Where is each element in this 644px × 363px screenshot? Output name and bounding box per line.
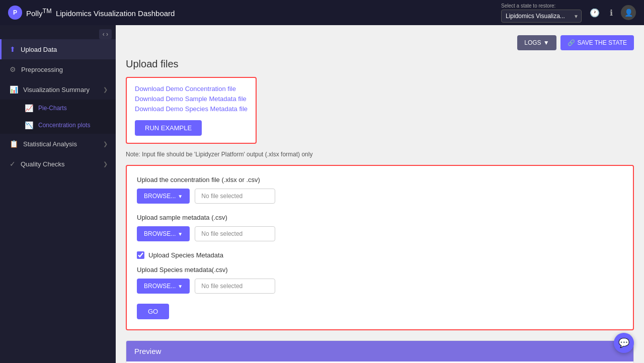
- browse-concentration-button[interactable]: BROWSE... ▼: [137, 189, 190, 204]
- upload-species-section: Upload Species metadata(.csv) BROWSE... …: [137, 266, 623, 294]
- page-title: Upload files: [126, 58, 634, 70]
- preview-section: Preview Raw data Sample Metadata Species…: [126, 340, 634, 363]
- save-state-link-icon: 🔗: [568, 39, 575, 46]
- chat-bubble[interactable]: 💬: [614, 333, 634, 353]
- user-avatar[interactable]: 👤: [621, 5, 636, 20]
- logs-button[interactable]: LOGS ▼: [517, 35, 556, 50]
- app-logo: P: [8, 6, 22, 20]
- chat-icon: 💬: [618, 337, 629, 348]
- sidebar-label-preprocessing: Preprocessing: [21, 66, 108, 73]
- demo-files-box: Download Demo Concentration file Downloa…: [126, 77, 257, 144]
- species-checkbox[interactable]: [137, 251, 144, 259]
- concentration-label: Upload the concentration file (.xlsx or …: [137, 176, 623, 184]
- logs-caret-icon: ▼: [543, 39, 549, 46]
- state-selector-label: Select a state to restore:: [501, 3, 582, 9]
- visualization-icon: 📊: [10, 85, 18, 94]
- upload-form-box: Upload the concentration file (.xlsx or …: [126, 165, 634, 330]
- pie-charts-icon: 📈: [25, 104, 33, 112]
- sidebar-toggle: ‹ ›: [0, 25, 116, 39]
- species-label: Upload Species metadata(.csv): [137, 266, 623, 274]
- quality-icon: ✓: [10, 160, 16, 168]
- info-icon[interactable]: ℹ: [608, 6, 615, 20]
- navbar-right: Select a state to restore: Lipidomics Vi…: [501, 3, 636, 23]
- brand: P PollyTM Lipidomics Visualization Dashb…: [8, 6, 175, 20]
- demo-concentration-link[interactable]: Download Demo Concentration file: [135, 85, 248, 93]
- history-icon[interactable]: 🕐: [588, 6, 602, 20]
- app-title: PollyTM Lipidomics Visualization Dashboa…: [26, 8, 175, 18]
- sidebar-item-visualization-summary[interactable]: 📊 Visualization Summary ❯: [0, 79, 116, 100]
- note-text: Note: Input file should be 'Lipidyzer Pl…: [126, 151, 634, 158]
- sample-upload-row: BROWSE... ▼ No file selected: [137, 226, 623, 241]
- save-state-button[interactable]: 🔗 SAVE THE STATE: [560, 35, 634, 50]
- sidebar-item-concentration-plots[interactable]: 📉 Concentration plots: [15, 117, 116, 134]
- app-body: ‹ › ⬆ Upload Data ⚙ Preprocessing 📊 Visu…: [0, 25, 644, 363]
- upload-data-icon: ⬆: [10, 45, 16, 53]
- sample-label: Upload sample metadata (.csv): [137, 214, 623, 221]
- concentration-file-display: No file selected: [195, 189, 275, 204]
- upload-sample-section: Upload sample metadata (.csv) BROWSE... …: [137, 214, 623, 241]
- sample-file-display: No file selected: [195, 226, 275, 241]
- browse-concentration-caret-icon: ▼: [178, 194, 183, 199]
- sidebar-label-concentration-plots: Concentration plots: [38, 122, 108, 129]
- statistical-icon: 📋: [10, 140, 18, 148]
- main-content: LOGS ▼ 🔗 SAVE THE STATE Upload files Dow…: [116, 25, 644, 363]
- sidebar-label-upload-data: Upload Data: [21, 46, 108, 53]
- sidebar-label-pie-charts: Pie-Charts: [38, 105, 108, 112]
- sidebar-item-preprocessing[interactable]: ⚙ Preprocessing: [0, 59, 116, 79]
- state-selector-dropdown[interactable]: Lipidomics Visualiza...: [501, 10, 582, 23]
- demo-sample-link[interactable]: Download Demo Sample Metadata file: [135, 95, 248, 103]
- species-checkbox-label: Upload Species Metadata: [148, 251, 223, 259]
- concentration-upload-row: BROWSE... ▼ No file selected: [137, 189, 623, 204]
- browse-sample-caret-icon: ▼: [178, 231, 183, 237]
- species-checkbox-row: Upload Species Metadata: [137, 251, 623, 259]
- sidebar-item-upload-data[interactable]: ⬆ Upload Data: [0, 39, 116, 59]
- action-bar: LOGS ▼ 🔗 SAVE THE STATE: [126, 35, 634, 50]
- sidebar-label-quality: Quality Checks: [21, 160, 103, 168]
- sidebar-item-quality-checks[interactable]: ✓ Quality Checks ❯: [0, 154, 116, 174]
- sidebar-collapse-btn[interactable]: ‹ ›: [99, 29, 112, 39]
- browse-sample-button[interactable]: BROWSE... ▼: [137, 226, 190, 241]
- sidebar-label-visualization: Visualization Summary: [23, 86, 103, 94]
- browse-species-button[interactable]: BROWSE... ▼: [137, 279, 190, 294]
- sidebar-label-statistical: Statistical Analysis: [23, 140, 103, 148]
- species-file-display: No file selected: [195, 279, 275, 294]
- sidebar-item-pie-charts[interactable]: 📈 Pie-Charts: [15, 100, 116, 117]
- browse-species-caret-icon: ▼: [178, 284, 183, 289]
- visualization-chevron-icon: ❯: [103, 86, 108, 93]
- sidebar: ‹ › ⬆ Upload Data ⚙ Preprocessing 📊 Visu…: [0, 25, 116, 363]
- species-upload-row: BROWSE... ▼ No file selected: [137, 279, 623, 294]
- demo-species-link[interactable]: Download Demo Species Metadata file: [135, 105, 248, 113]
- preview-header: Preview: [126, 341, 633, 361]
- quality-chevron-icon: ❯: [103, 161, 108, 167]
- preprocessing-icon: ⚙: [10, 65, 16, 73]
- state-selector-wrapper: Select a state to restore: Lipidomics Vi…: [501, 3, 582, 23]
- concentration-icon: 📉: [25, 121, 33, 129]
- sidebar-sub-visualization: 📈 Pie-Charts 📉 Concentration plots: [0, 100, 116, 134]
- navbar: P PollyTM Lipidomics Visualization Dashb…: [0, 0, 644, 25]
- sidebar-item-statistical-analysis[interactable]: 📋 Statistical Analysis ❯: [0, 134, 116, 154]
- upload-concentration-section: Upload the concentration file (.xlsx or …: [137, 176, 623, 204]
- statistical-chevron-icon: ❯: [103, 141, 108, 147]
- run-example-button[interactable]: RUN EXAMPLE: [135, 120, 202, 136]
- go-button[interactable]: GO: [137, 304, 169, 319]
